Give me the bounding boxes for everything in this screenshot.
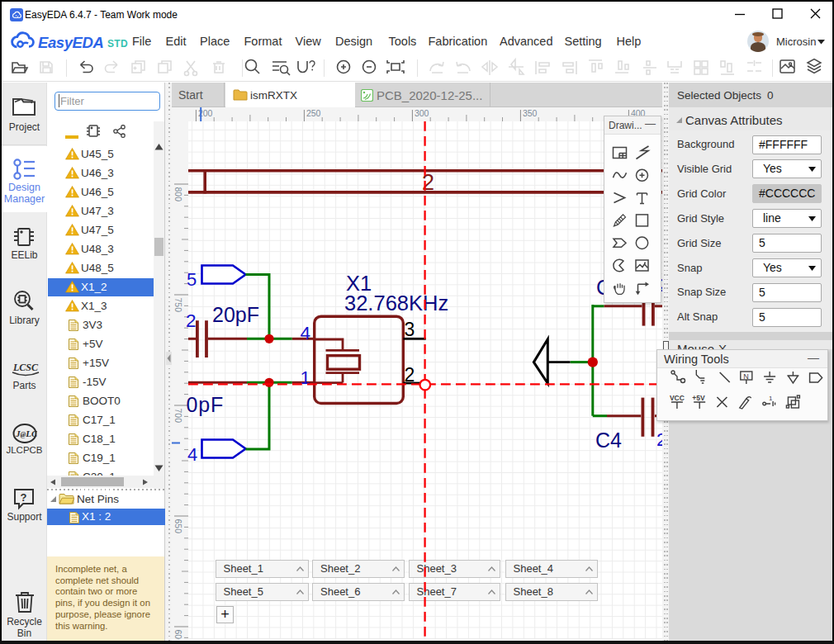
svg-text:650: 650 — [173, 519, 183, 534]
svg-text:800: 800 — [173, 187, 183, 202]
svg-text:1: 1 — [769, 395, 773, 402]
svg-text:250: 250 — [306, 108, 321, 118]
svg-text:350: 350 — [523, 108, 538, 118]
svg-text:700: 700 — [173, 409, 183, 424]
svg-text:300: 300 — [415, 108, 429, 118]
svg-text:?: ? — [21, 491, 27, 504]
svg-text:750: 750 — [173, 298, 183, 313]
svg-text:+5V: +5V — [692, 394, 705, 402]
svg-text:J@LC: J@LC — [15, 429, 37, 438]
svg-text:600: 600 — [173, 630, 183, 641]
svg-text:N: N — [743, 372, 749, 381]
svg-text:VCC: VCC — [670, 394, 685, 402]
